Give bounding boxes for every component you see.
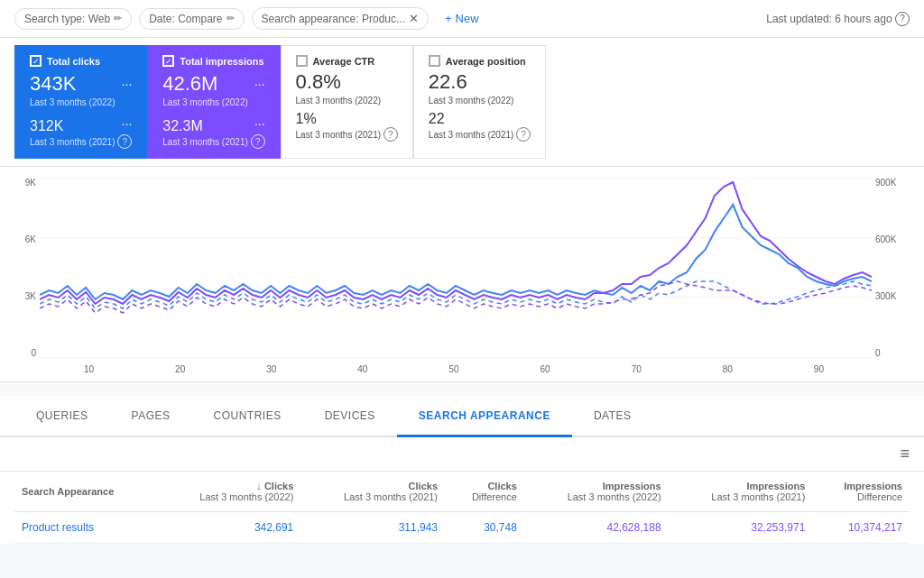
chart-area: 9K 6K 3K 0 900K 60 <box>0 167 924 382</box>
metric-value-2022: 0.8% <box>296 70 398 94</box>
cell-clicks-diff: 30,748 <box>445 512 524 544</box>
metric-avg-ctr[interactable]: Average CTR 0.8% Last 3 months (2022) 1%… <box>281 45 413 159</box>
metric-value-2021: 32.3M <box>162 118 202 134</box>
metric-total-impressions[interactable]: ✓ Total impressions 42.6M ··· Last 3 mon… <box>147 45 280 159</box>
tab-pages[interactable]: PAGES <box>110 397 192 437</box>
col-impressions-diff: ImpressionsDifference <box>812 472 910 512</box>
filter-label: Search type: Web <box>24 13 110 25</box>
search-type-filter[interactable]: Search type: Web ✏ <box>14 8 132 30</box>
cell-impressions-2022: 42,628,188 <box>524 512 669 544</box>
checkbox-avg-position[interactable] <box>429 55 440 67</box>
new-label: New <box>456 12 479 25</box>
sort-arrow: ↓ <box>256 481 262 491</box>
dots-icon: ··· <box>122 116 133 131</box>
metric-title: Total clicks <box>47 56 100 67</box>
header: Search type: Web ✏ Date: Compare ✏ Searc… <box>0 0 924 38</box>
metric-value-2022: 22.6 <box>429 70 531 94</box>
metric-period-2022: Last 3 months (2022) <box>296 96 398 106</box>
metric-value-2022: 343K <box>30 72 76 96</box>
cell-clicks-2021: 311,943 <box>300 512 445 544</box>
col-impressions-2021: ImpressionsLast 3 months (2021) <box>669 472 813 512</box>
chart-svg <box>40 178 872 358</box>
help-icon[interactable]: ? <box>251 134 265 149</box>
table-header-row: Search Appearance ↓ ClicksLast 3 months … <box>14 472 910 512</box>
cell-clicks-2022: 342,691 <box>157 512 301 544</box>
filter-row: ≡ <box>0 437 924 472</box>
metric-avg-position[interactable]: Average position 22.6 Last 3 months (202… <box>413 45 546 159</box>
metric-title: Average CTR <box>313 56 375 67</box>
tab-queries[interactable]: QUERIES <box>14 397 110 437</box>
filter-icon: ≡ <box>900 445 910 463</box>
help-icon[interactable]: ? <box>383 127 398 142</box>
checkbox-avg-ctr[interactable] <box>296 55 308 67</box>
help-icon[interactable]: ? <box>117 134 132 149</box>
cell-impressions-diff: 10,374,217 <box>812 512 910 544</box>
new-button[interactable]: + New <box>436 8 488 29</box>
chart-x-labels: 10 20 30 40 50 60 70 80 90 <box>14 361 910 381</box>
col-search-appearance: Search Appearance <box>14 472 157 512</box>
chart-svg-container <box>40 178 872 361</box>
col-clicks-2021: ClicksLast 3 months (2021) <box>300 472 445 512</box>
checkbox-total-clicks[interactable]: ✓ <box>30 55 42 67</box>
filter-label: Search appearance: Produc... <box>262 13 405 25</box>
tab-countries[interactable]: COUNTRIES <box>191 397 302 437</box>
close-icon[interactable]: ✕ <box>409 12 419 25</box>
tabs-row: QUERIES PAGES COUNTRIES DEVICES SEARCH A… <box>0 397 924 437</box>
dots-icon: ··· <box>122 77 133 91</box>
tab-search-appearance[interactable]: SEARCH APPEARANCE <box>397 397 572 437</box>
metric-value-2021: 312K <box>30 118 63 134</box>
edit-icon: ✏ <box>226 13 235 24</box>
col-clicks-diff: ClicksDifference <box>445 472 524 512</box>
metric-title: Average position <box>446 56 526 67</box>
chart-y-left: 9K 6K 3K 0 <box>14 178 40 358</box>
search-appearance-filter[interactable]: Search appearance: Produc... ✕ <box>252 7 429 30</box>
metric-value-2021: 22 <box>429 111 531 127</box>
chart-y-right: 900K 600K 300K 0 <box>872 178 910 358</box>
dots-icon: ··· <box>254 116 265 131</box>
checkbox-total-impressions[interactable]: ✓ <box>162 55 174 67</box>
data-table-wrap: Search Appearance ↓ ClicksLast 3 months … <box>0 472 924 544</box>
metrics-row: ✓ Total clicks 343K ··· Last 3 months (2… <box>0 38 924 167</box>
metric-period-2022: Last 3 months (2022) <box>429 96 531 106</box>
help-icon[interactable]: ? <box>895 12 910 26</box>
metric-period-2021: Last 3 months (2021) ? <box>30 134 132 149</box>
cell-impressions-2021: 32,253,971 <box>669 512 813 544</box>
col-impressions-2022: ImpressionsLast 3 months (2022) <box>524 472 669 512</box>
col-clicks-2022[interactable]: ↓ ClicksLast 3 months (2022) <box>157 472 301 512</box>
metric-total-clicks[interactable]: ✓ Total clicks 343K ··· Last 3 months (2… <box>14 45 147 159</box>
edit-icon: ✏ <box>114 13 122 24</box>
filter-label: Date: Compare <box>149 13 222 25</box>
table-row: Product results 342,691 311,943 30,748 4… <box>14 512 910 544</box>
cell-search-appearance[interactable]: Product results <box>14 512 157 544</box>
metric-title: Total impressions <box>180 56 263 67</box>
filter-button[interactable]: ≡ <box>900 445 910 463</box>
metric-period-2021: Last 3 months (2021) ? <box>429 127 531 142</box>
metric-period-2022: Last 3 months (2022) <box>162 97 264 107</box>
data-table: Search Appearance ↓ ClicksLast 3 months … <box>14 472 910 544</box>
metric-value-2022: 42.6M <box>162 72 217 96</box>
last-updated: Last updated: 6 hours ago ? <box>766 12 910 26</box>
plus-icon: + <box>445 12 452 25</box>
help-icon[interactable]: ? <box>516 127 531 142</box>
metric-value-2021: 1% <box>296 111 398 127</box>
dots-icon: ··· <box>254 77 265 91</box>
date-filter[interactable]: Date: Compare ✏ <box>139 8 244 30</box>
metric-period-2021: Last 3 months (2021) ? <box>162 134 264 149</box>
tab-devices[interactable]: DEVICES <box>303 397 397 437</box>
metric-period-2021: Last 3 months (2021) ? <box>296 127 398 142</box>
metric-period-2022: Last 3 months (2022) <box>30 97 132 107</box>
tab-dates[interactable]: DATES <box>572 397 653 437</box>
